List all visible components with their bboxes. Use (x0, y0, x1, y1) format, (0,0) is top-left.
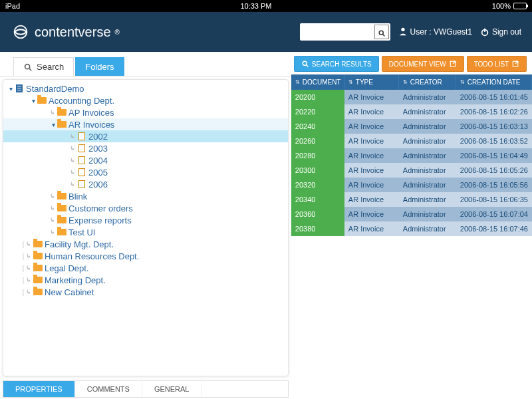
tab-properties[interactable]: PROPERTIES (3, 381, 75, 397)
folder-icon (33, 253, 43, 259)
tree-node-2003[interactable]: ↳2003 (3, 142, 288, 154)
cell-document: 20240 (291, 119, 344, 134)
cell-creator: Administrator (399, 221, 456, 236)
user-indicator: User : VWGuest1 (398, 27, 472, 38)
svg-line-2 (382, 35, 384, 37)
tree-root[interactable]: ▾StandardDemo (3, 82, 288, 94)
tree-node-ap-invoices[interactable]: ↳AP Invoices (3, 106, 288, 118)
col-document[interactable]: ⇅DOCUMENT (291, 74, 344, 90)
branch-icon: ↳ (50, 217, 55, 223)
open-icon (449, 60, 457, 68)
cell-type: AR Invoice (344, 221, 399, 236)
results-header: ⇅DOCUMENT ⇅TYPE ⇅CREATOR ⇅CREATION DATE (291, 74, 532, 90)
open-icon (511, 60, 519, 68)
svg-point-6 (25, 64, 30, 68)
logo: contentverse® (11, 22, 120, 42)
device-label: iPad (5, 2, 20, 10)
tree-node-blink[interactable]: ↳Blink (3, 190, 288, 202)
table-row[interactable]: 20280AR InvoiceAdministrator2006-08-15 1… (291, 148, 532, 163)
cabinet-icon (16, 84, 23, 92)
tree-node-new-cabinet[interactable]: |↳New Cabinet (3, 286, 288, 298)
tree-node-hr[interactable]: |↳Human Resources Dept. (3, 250, 288, 262)
table-row[interactable]: 20240AR InvoiceAdministrator2006-08-15 1… (291, 119, 532, 134)
tree-node-expense-reports[interactable]: ↳Expense reports (3, 214, 288, 226)
cell-type: AR Invoice (344, 207, 399, 221)
svg-line-7 (29, 68, 32, 70)
collapse-icon[interactable]: ▾ (50, 121, 57, 128)
table-row[interactable]: 20220AR InvoiceAdministrator2006-08-15 1… (291, 104, 532, 119)
branch-icon: ↳ (26, 241, 31, 247)
sort-icon: ⇅ (295, 79, 300, 85)
document-icon (78, 156, 85, 164)
tab-search[interactable]: Search (13, 57, 74, 76)
tree-node-legal[interactable]: |↳Legal Dept. (3, 262, 288, 274)
tree-node-ar-invoices[interactable]: ▾AR Invoices (3, 118, 288, 130)
tab-general[interactable]: GENERAL (142, 381, 202, 397)
tree-node-test-ui[interactable]: ↳Test UI (3, 226, 288, 238)
folder-icon (33, 265, 43, 271)
todo-list-button[interactable]: TODO LIST (467, 56, 527, 72)
cell-date: 2006-08-15 16:05:26 (456, 163, 532, 178)
cell-creator: Administrator (399, 163, 456, 178)
cell-type: AR Invoice (344, 148, 399, 163)
sort-icon: ⇅ (403, 79, 408, 85)
cell-type: AR Invoice (344, 134, 399, 148)
battery-label: 100% (492, 2, 511, 10)
cell-creator: Administrator (399, 90, 456, 104)
cell-document: 20220 (291, 104, 344, 119)
branch-icon: ↳ (70, 133, 75, 140)
tree-node-accounting[interactable]: ▾Accounting Dept. (3, 94, 288, 106)
collapse-icon[interactable]: ▾ (7, 85, 14, 92)
table-row[interactable]: 20360AR InvoiceAdministrator2006-08-15 1… (291, 207, 532, 221)
tab-folders-label: Folders (85, 62, 114, 72)
table-row[interactable]: 20300AR InvoiceAdministrator2006-08-15 1… (291, 163, 532, 178)
sign-out-label: Sign out (492, 27, 521, 37)
svg-point-3 (401, 27, 404, 31)
col-creation-date[interactable]: ⇅CREATION DATE (456, 74, 532, 90)
tree-node-2004[interactable]: ↳2004 (3, 154, 288, 166)
tree-node-2006[interactable]: ↳2006 (3, 178, 288, 190)
table-row[interactable]: 20380AR InvoiceAdministrator2006-08-15 1… (291, 221, 532, 236)
document-icon (78, 144, 85, 152)
table-row[interactable]: 20340AR InvoiceAdministrator2006-08-15 1… (291, 192, 532, 207)
tree-node-facility[interactable]: |↳Facility Mgt. Dept. (3, 238, 288, 250)
cell-creator: Administrator (399, 148, 456, 163)
col-creator[interactable]: ⇅CREATOR (399, 74, 456, 90)
branch-icon: ↳ (70, 145, 75, 152)
tab-comments[interactable]: COMMENTS (75, 381, 142, 397)
collapse-icon[interactable]: ▾ (30, 97, 37, 104)
global-search-input[interactable] (301, 25, 374, 39)
global-search-button[interactable] (374, 25, 389, 39)
table-row[interactable]: 20260AR InvoiceAdministrator2006-08-15 1… (291, 134, 532, 148)
tree-node-marketing[interactable]: |↳Marketing Dept. (3, 274, 288, 286)
cell-date: 2006-08-15 16:06:35 (456, 192, 532, 207)
cell-date: 2006-08-15 16:03:13 (456, 119, 532, 134)
cell-date: 2006-08-15 16:02:26 (456, 104, 532, 119)
sign-out-button[interactable]: Sign out (480, 27, 521, 37)
result-actions: SEARCH RESULTS DOCUMENT VIEW TODO LIST (291, 56, 532, 74)
search-icon (23, 63, 33, 72)
cell-date: 2006-08-15 16:03:52 (456, 134, 532, 148)
tree-node-2002[interactable]: ↳2002 (3, 130, 288, 142)
folder-tree: ▾StandardDemo ▾Accounting Dept. ↳AP Invo… (3, 79, 289, 376)
table-row[interactable]: 20320AR InvoiceAdministrator2006-08-15 1… (291, 178, 532, 192)
app-header: contentverse® User : VWGuest1 Sign out (0, 12, 532, 52)
tab-folders[interactable]: Folders (75, 57, 124, 76)
search-results-button[interactable]: SEARCH RESULTS (294, 56, 379, 72)
document-view-button[interactable]: DOCUMENT VIEW (382, 56, 464, 72)
table-row[interactable]: 20200AR InvoiceAdministrator2006-08-15 1… (291, 90, 532, 104)
tree-node-customer-orders[interactable]: ↳Customer orders (3, 202, 288, 214)
cell-date: 2006-08-15 16:04:49 (456, 148, 532, 163)
cell-type: AR Invoice (344, 163, 399, 178)
search-icon (378, 28, 386, 36)
cell-creator: Administrator (399, 207, 456, 221)
document-icon (78, 132, 85, 140)
cell-document: 20340 (291, 192, 344, 207)
tree-node-2005[interactable]: ↳2005 (3, 166, 288, 178)
folder-icon (33, 277, 43, 283)
folder-icon (33, 289, 43, 295)
cell-document: 20380 (291, 221, 344, 236)
logo-icon (11, 22, 31, 42)
folder-icon (57, 217, 66, 223)
col-type[interactable]: ⇅TYPE (344, 74, 399, 90)
